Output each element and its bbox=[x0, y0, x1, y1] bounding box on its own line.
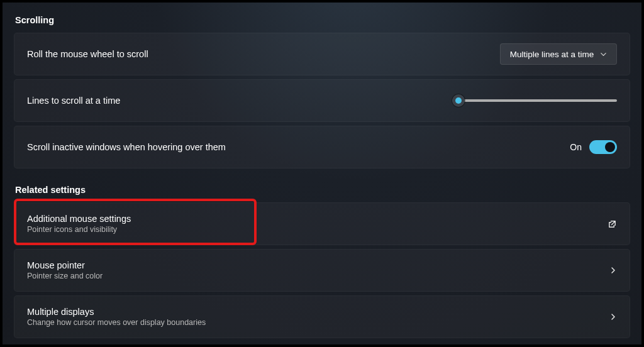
row-roll-wheel: Roll the mouse wheel to scroll Multiple … bbox=[14, 33, 630, 75]
toggle-label-inactive: On bbox=[570, 142, 582, 152]
label-roll-wheel: Roll the mouse wheel to scroll bbox=[27, 49, 148, 59]
toggle-scroll-inactive[interactable] bbox=[589, 140, 617, 154]
external-link-icon bbox=[608, 219, 617, 229]
slider-lines[interactable] bbox=[452, 94, 617, 107]
slider-thumb[interactable] bbox=[452, 94, 465, 107]
toggle-knob bbox=[605, 142, 615, 152]
title-mouse-pointer: Mouse pointer bbox=[27, 260, 103, 270]
chevron-right-icon bbox=[609, 313, 617, 321]
sub-mouse-pointer: Pointer size and color bbox=[27, 272, 103, 280]
section-title-scrolling: Scrolling bbox=[15, 15, 630, 25]
sub-multiple-displays: Change how cursor moves over display bou… bbox=[27, 318, 206, 327]
row-mouse-pointer[interactable]: Mouse pointer Pointer size and color bbox=[14, 249, 630, 292]
row-scroll-inactive: Scroll inactive windows when hovering ov… bbox=[14, 126, 630, 168]
row-lines-to-scroll: Lines to scroll at a time bbox=[14, 79, 630, 122]
chevron-down-icon bbox=[600, 51, 607, 58]
title-additional-mouse: Additional mouse settings bbox=[27, 214, 131, 224]
dropdown-roll-wheel[interactable]: Multiple lines at a time bbox=[500, 43, 617, 65]
dropdown-roll-value: Multiple lines at a time bbox=[510, 50, 594, 59]
label-lines-to-scroll: Lines to scroll at a time bbox=[27, 96, 120, 106]
row-multiple-displays[interactable]: Multiple displays Change how cursor move… bbox=[14, 295, 630, 338]
row-additional-mouse-settings[interactable]: Additional mouse settings Pointer icons … bbox=[14, 202, 630, 245]
label-scroll-inactive: Scroll inactive windows when hovering ov… bbox=[27, 142, 226, 152]
slider-track bbox=[452, 99, 617, 102]
title-multiple-displays: Multiple displays bbox=[27, 307, 206, 317]
chevron-right-icon bbox=[609, 267, 617, 274]
sub-additional-mouse: Pointer icons and visibility bbox=[27, 225, 131, 234]
section-title-related: Related settings bbox=[15, 185, 630, 195]
